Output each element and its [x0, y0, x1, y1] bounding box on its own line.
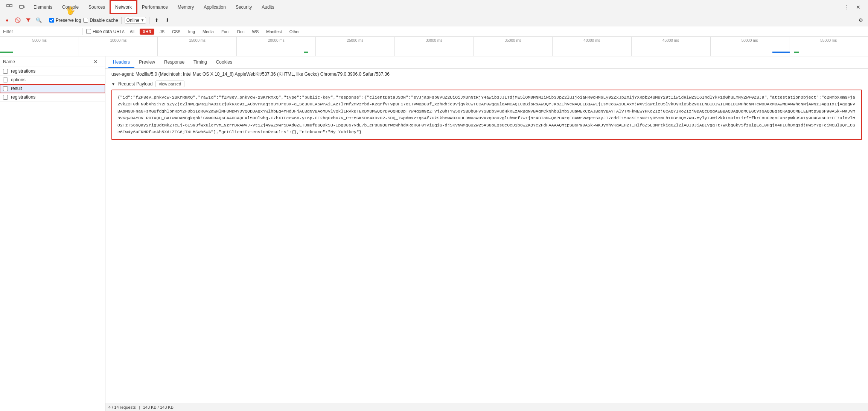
detail-tabs: Headers Preview Response Timing Cookies — [105, 56, 868, 68]
preserve-log-checkbox[interactable]: Preserve log — [49, 18, 81, 23]
tab-application[interactable]: Application — [199, 0, 231, 14]
tab-device-icon[interactable] — [16, 0, 29, 14]
requests-header: Name ✕ — [0, 56, 105, 67]
tab-network[interactable]: Network — [110, 0, 137, 14]
view-parsed-button[interactable]: view parsed — [155, 81, 184, 87]
filter-all[interactable]: All — [128, 29, 137, 35]
devtools-tab-bar: Elements Console 🖐 Sources Network Perfo… — [0, 0, 868, 14]
request-checkbox[interactable] — [3, 69, 8, 74]
filter-media[interactable]: Media — [200, 29, 216, 35]
more-options-icon[interactable]: ⋮ — [841, 2, 851, 12]
hide-data-urls-checkbox[interactable]: Hide data URLs — [86, 29, 125, 34]
filter-xhr[interactable]: XHR — [140, 29, 154, 35]
filter-css[interactable]: CSS — [170, 29, 183, 35]
filter-js[interactable]: JS — [157, 29, 167, 35]
payload-content: {"id":"fZP8eV_pnkvcw-2SKrRmXQ","rawId":"… — [111, 90, 862, 140]
svg-rect-1 — [10, 5, 12, 7]
network-throttle-select[interactable]: Online ▼ — [125, 17, 146, 24]
filter-doc[interactable]: Doc — [235, 29, 247, 35]
record-icon[interactable]: ● — [3, 16, 11, 24]
filter-bar: Hide data URLs All XHR JS CSS Img Media … — [0, 26, 868, 37]
filter-input[interactable] — [3, 29, 78, 34]
request-checkbox[interactable] — [3, 78, 8, 82]
upload-icon[interactable]: ⬆ — [152, 16, 161, 24]
request-name: registrations — [11, 94, 35, 100]
tab-performance[interactable]: Performance — [137, 0, 173, 14]
payload-title: Request Payload — [118, 81, 152, 87]
svg-rect-3 — [24, 6, 25, 8]
filter-ws[interactable]: WS — [250, 29, 261, 35]
request-payload-section: ▼ Request Payload view parsed — [111, 81, 862, 87]
detail-panel: Headers Preview Response Timing Cookies … — [105, 56, 868, 411]
requests-panel: Name ✕ registrations options result regi… — [0, 56, 105, 411]
request-item-registrations-2[interactable]: registrations — [0, 93, 105, 102]
main-content: Name ✕ registrations options result regi… — [0, 56, 868, 411]
request-count: 4 / 14 requests — [108, 405, 136, 409]
download-icon[interactable]: ⬇ — [163, 16, 171, 24]
tab-inspect-icon[interactable] — [3, 0, 16, 14]
user-agent-value: Mozilla/5.0 (Macintosh; Intel Mac OS X 1… — [136, 72, 390, 77]
tab-headers[interactable]: Headers — [108, 57, 134, 68]
tab-console[interactable]: Console 🖐 — [57, 0, 84, 14]
filter-img[interactable]: Img — [186, 29, 197, 35]
request-item-result[interactable]: result — [0, 84, 105, 93]
tab-response[interactable]: Response — [160, 57, 189, 68]
tab-elements[interactable]: Elements — [29, 0, 57, 14]
transfer-size: 143 KB / 143 KB — [143, 405, 174, 409]
request-name: result — [11, 86, 22, 91]
request-checkbox[interactable] — [3, 86, 8, 91]
name-column-header: Name — [3, 59, 15, 64]
svg-rect-0 — [7, 5, 9, 7]
clear-icon[interactable]: 🚫 — [14, 16, 22, 24]
status-bar: 4 / 14 requests | 143 KB / 143 KB — [105, 403, 868, 411]
tab-security[interactable]: Security — [231, 0, 257, 14]
settings-icon[interactable]: ⚙ — [857, 16, 865, 24]
tab-cookies[interactable]: Cookies — [212, 57, 237, 68]
request-name: options — [11, 77, 26, 82]
close-icon[interactable]: ✕ — [853, 2, 863, 12]
request-name: registrations — [11, 68, 35, 74]
search-icon[interactable]: 🔍 — [35, 16, 43, 24]
tab-audits[interactable]: Audits — [257, 0, 279, 14]
network-timeline: 5000 ms 10000 ms 15000 ms 20000 ms 25000… — [0, 37, 868, 56]
timeline-labels: 5000 ms 10000 ms 15000 ms 20000 ms 25000… — [0, 38, 868, 43]
tab-preview[interactable]: Preview — [134, 57, 160, 68]
tab-sources[interactable]: Sources — [84, 0, 110, 14]
filter-sep — [82, 28, 82, 35]
filter-font[interactable]: Font — [219, 29, 232, 35]
close-detail-button[interactable]: ✕ — [92, 58, 99, 65]
user-agent-row: user-agent: Mozilla/5.0 (Macintosh; Inte… — [111, 72, 862, 77]
filter-manifest[interactable]: Manifest — [264, 29, 284, 35]
svg-rect-2 — [20, 5, 23, 8]
disable-cache-checkbox[interactable]: Disable cache — [83, 18, 118, 23]
tab-memory[interactable]: Memory — [173, 0, 199, 14]
filter-other[interactable]: Other — [287, 29, 302, 35]
user-agent-key: user-agent: — [111, 72, 134, 77]
separator-1 — [46, 17, 46, 24]
filter-icon[interactable] — [24, 16, 32, 24]
headers-content: user-agent: Mozilla/5.0 (Macintosh; Inte… — [105, 68, 868, 403]
network-toolbar: ● 🚫 🔍 Preserve log Disable cache Online … — [0, 14, 868, 26]
request-item-options[interactable]: options — [0, 76, 105, 84]
separator-3 — [149, 17, 149, 24]
request-item-registrations-1[interactable]: registrations — [0, 67, 105, 76]
expand-icon[interactable]: ▼ — [111, 82, 115, 86]
throttle-arrow-icon: ▼ — [140, 18, 144, 22]
request-checkbox[interactable] — [3, 95, 8, 100]
separator-2 — [121, 17, 122, 24]
tab-timing[interactable]: Timing — [189, 57, 212, 68]
